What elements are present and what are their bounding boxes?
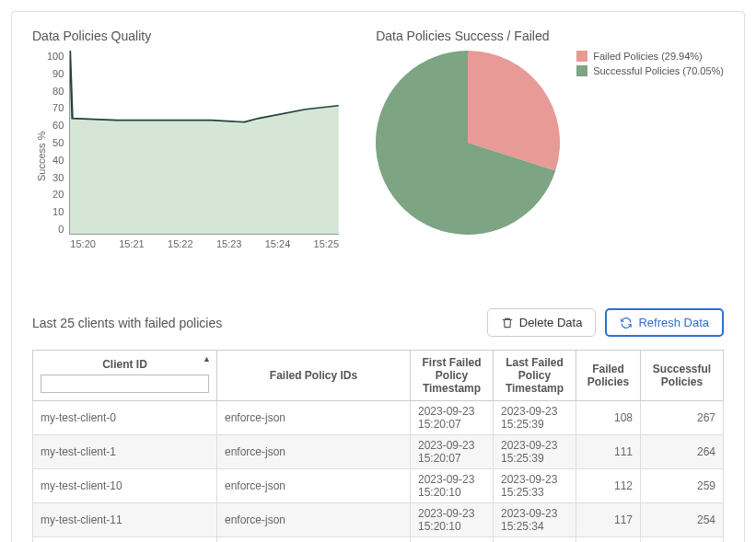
cell-first-ts: 2023-09-23 15:20:10 — [411, 503, 494, 537]
col-failed[interactable]: Failed Policies — [576, 351, 641, 401]
cell-last-ts: 2023-09-23 15:25:26 — [494, 537, 576, 543]
pie-chart-wrap: Failed Policies (29.94%)Successful Polic… — [376, 51, 724, 235]
cell-failed: 112 — [576, 469, 641, 503]
cell-failed: 108 — [576, 401, 641, 435]
pie-chart-block: Data Policies Success / Failed Failed Po… — [376, 29, 724, 235]
cell-success: 254 — [641, 503, 724, 537]
pie-chart-svg — [376, 51, 560, 235]
cell-failed-ids: enforce-json — [217, 469, 411, 503]
cell-success: 264 — [641, 435, 724, 469]
col-success-label: Successful Policies — [653, 363, 711, 388]
ytick: 70 — [47, 102, 64, 113]
pie-chart-title: Data Policies Success / Failed — [376, 29, 724, 43]
line-chart: Success % 1009080706050403020100 15:2015… — [32, 51, 339, 262]
cell-first-ts: 2023-09-23 15:20:11 — [411, 537, 494, 543]
xtick: 15:21 — [119, 238, 145, 249]
col-failed-label: Failed Policies — [587, 363, 629, 388]
ytick: 60 — [47, 120, 64, 131]
table-row[interactable]: my-test-client-11enforce-json2023-09-23 … — [33, 503, 724, 537]
xtick: 15:20 — [70, 238, 96, 249]
line-chart-svg — [70, 51, 339, 234]
refresh-data-button[interactable]: Refresh Data — [605, 308, 724, 337]
table-row[interactable]: my-test-client-10enforce-json2023-09-23 … — [33, 469, 724, 503]
col-client-id-label: Client ID — [102, 358, 147, 371]
line-chart-ylabel: Success % — [32, 51, 47, 262]
cell-first-ts: 2023-09-23 15:20:10 — [411, 469, 494, 503]
table-header-row: Client ID ▲ Failed Policy IDs First Fail… — [33, 351, 724, 401]
col-last-ts-label: Last Failed Policy Timestamp — [506, 356, 564, 395]
table-section-header: Last 25 clients with failed policies Del… — [32, 308, 724, 337]
table-title: Last 25 clients with failed policies — [32, 316, 222, 330]
delete-data-button[interactable]: Delete Data — [487, 308, 597, 337]
cell-first-ts: 2023-09-23 15:20:07 — [411, 435, 494, 469]
cell-client-id: my-test-client-1 — [33, 435, 217, 469]
line-chart-block: Data Policies Quality Success % 10090807… — [32, 29, 339, 262]
client-id-filter-input[interactable] — [41, 375, 209, 393]
cell-last-ts: 2023-09-23 15:25:33 — [494, 469, 576, 503]
sort-asc-icon: ▲ — [203, 354, 211, 363]
cell-client-id: my-test-client-12 — [33, 537, 217, 543]
legend-item: Failed Policies (29.94%) — [576, 51, 724, 62]
xtick: 15:24 — [265, 238, 291, 249]
cell-last-ts: 2023-09-23 15:25:39 — [494, 435, 576, 469]
cell-failed: 116 — [576, 537, 641, 543]
failed-policies-table: Client ID ▲ Failed Policy IDs First Fail… — [32, 350, 724, 542]
xtick: 15:23 — [216, 238, 242, 249]
refresh-icon — [620, 317, 633, 329]
cell-last-ts: 2023-09-23 15:25:39 — [494, 401, 576, 435]
ytick: 100 — [47, 51, 64, 62]
cell-client-id: my-test-client-11 — [33, 503, 217, 537]
col-client-id[interactable]: Client ID ▲ — [33, 351, 217, 401]
ytick: 90 — [47, 68, 64, 79]
dashboard-panel: Data Policies Quality Success % 10090807… — [11, 11, 745, 542]
cell-failed-ids: enforce-json — [217, 435, 411, 469]
cell-client-id: my-test-client-0 — [33, 401, 217, 435]
cell-first-ts: 2023-09-23 15:20:07 — [411, 401, 494, 435]
cell-success: 259 — [641, 469, 724, 503]
col-failed-ids-label: Failed Policy IDs — [270, 369, 357, 382]
legend-swatch — [576, 65, 587, 76]
cell-failed: 117 — [576, 503, 641, 537]
ytick: 50 — [47, 137, 64, 148]
table-body: my-test-client-0enforce-json2023-09-23 1… — [33, 401, 724, 543]
legend-item: Successful Policies (70.05%) — [576, 65, 724, 76]
refresh-data-label: Refresh Data — [638, 316, 709, 329]
col-first-ts-label: First Failed Policy Timestamp — [422, 356, 481, 395]
ytick: 20 — [47, 189, 64, 200]
col-failed-ids[interactable]: Failed Policy IDs — [217, 351, 411, 401]
table-row[interactable]: my-test-client-0enforce-json2023-09-23 1… — [33, 401, 724, 435]
delete-data-label: Delete Data — [519, 316, 583, 329]
cell-failed-ids: enforce-json — [217, 537, 411, 543]
cell-client-id: my-test-client-10 — [33, 469, 217, 503]
ytick: 10 — [47, 206, 64, 217]
line-chart-plot: 15:2015:2115:2215:2315:2415:25 — [69, 51, 339, 235]
table-row[interactable]: my-test-client-1enforce-json2023-09-23 1… — [33, 435, 724, 469]
col-success[interactable]: Successful Policies — [641, 351, 724, 401]
xtick: 15:25 — [314, 238, 340, 249]
cell-success: 267 — [641, 401, 724, 435]
cell-last-ts: 2023-09-23 15:25:34 — [494, 503, 576, 537]
legend-swatch — [576, 51, 587, 62]
ytick: 30 — [47, 172, 64, 183]
table-row[interactable]: my-test-client-12enforce-json2023-09-23 … — [33, 537, 724, 543]
pie-chart-legend: Failed Policies (29.94%)Successful Polic… — [576, 51, 724, 80]
cell-failed: 111 — [576, 435, 641, 469]
cell-success: 254 — [641, 537, 724, 543]
line-chart-yticks: 1009080706050403020100 — [47, 51, 69, 235]
table-actions: Delete Data Refresh Data — [487, 308, 724, 337]
legend-label: Failed Policies (29.94%) — [593, 51, 703, 62]
cell-failed-ids: enforce-json — [217, 401, 411, 435]
line-chart-title: Data Policies Quality — [32, 29, 339, 43]
ytick: 0 — [47, 224, 64, 235]
ytick: 40 — [47, 155, 64, 166]
col-last-ts[interactable]: Last Failed Policy Timestamp — [494, 351, 576, 401]
ytick: 80 — [47, 86, 64, 97]
col-first-ts[interactable]: First Failed Policy Timestamp — [411, 351, 494, 401]
legend-label: Successful Policies (70.05%) — [593, 65, 724, 76]
line-chart-xticks: 15:2015:2115:2215:2315:2415:25 — [70, 235, 339, 249]
trash-icon — [501, 317, 514, 329]
xtick: 15:22 — [168, 238, 193, 249]
charts-row: Data Policies Quality Success % 10090807… — [32, 29, 724, 262]
cell-failed-ids: enforce-json — [217, 503, 411, 537]
